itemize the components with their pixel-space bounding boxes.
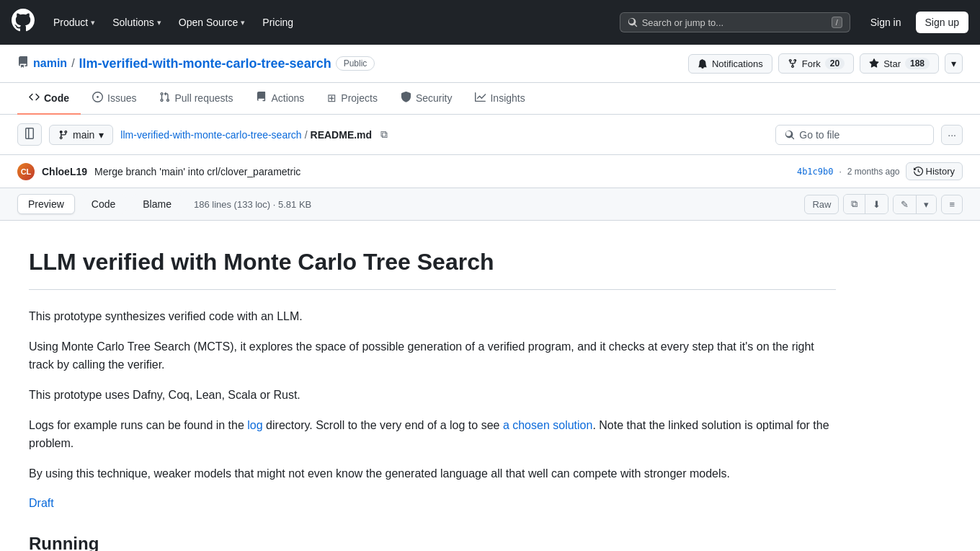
goto-file-search[interactable]: Go to file [775, 125, 934, 145]
star-button[interactable]: Star 188 [860, 53, 939, 74]
actions-tab-icon [256, 92, 267, 105]
history-icon [914, 167, 923, 176]
history-label: History [926, 166, 955, 177]
signup-button[interactable]: Sign up [916, 12, 968, 33]
product-menu[interactable]: Product ▾ [46, 12, 102, 32]
opensource-chevron-icon: ▾ [241, 18, 245, 27]
tab-security-label: Security [416, 92, 453, 104]
history-button[interactable]: History [906, 162, 963, 180]
commit-meta: 4b1c9b0 · 2 months ago History [797, 162, 963, 180]
repo-breadcrumb: namin / llm-verified-with-monte-carlo-tr… [17, 56, 375, 71]
tab-issues-label: Issues [107, 92, 136, 104]
auth-buttons: Sign in Sign up [862, 12, 968, 33]
visibility-badge: Public [336, 56, 375, 71]
notifications-label: Notifications [712, 58, 763, 69]
edit-group: ✎ ▾ [893, 195, 937, 214]
bell-icon [698, 58, 708, 69]
panel-icon [24, 128, 35, 139]
repo-icon [17, 56, 29, 71]
edit-dropdown-button[interactable]: ▾ [917, 195, 936, 213]
copy-path-button[interactable]: ⧉ [375, 125, 393, 144]
issues-tab-icon [92, 92, 103, 105]
commit-separator: · [839, 167, 841, 177]
code-view-button[interactable]: Code [81, 194, 126, 214]
signin-button[interactable]: Sign in [862, 12, 910, 32]
goto-file-search-icon [785, 130, 795, 140]
file-toolbar: Preview Code Blame 186 lines (133 loc) ·… [0, 188, 980, 221]
edit-button[interactable]: ✎ [894, 195, 917, 213]
readme-title: LLM verified with Monte Carlo Tree Searc… [29, 244, 836, 290]
tab-actions-label: Actions [271, 92, 304, 104]
notifications-button[interactable]: Notifications [688, 54, 772, 74]
nav-links: Product ▾ Solutions ▾ Open Source ▾ Pric… [46, 12, 300, 32]
tab-code-label: Code [44, 92, 69, 104]
avatar-initials: CL [21, 167, 32, 176]
commit-info: CL ChloeL19 Merge branch 'main' into crl… [0, 155, 980, 188]
readme-para-5: By using this technique, weaker models t… [29, 464, 836, 483]
star-count: 188 [905, 58, 930, 69]
readme-para-1: This prototype synthesizes verified code… [29, 307, 836, 326]
github-logo[interactable] [12, 9, 35, 36]
tab-projects[interactable]: ⊞ Projects [316, 83, 389, 115]
blame-button[interactable]: Blame [132, 194, 182, 214]
tab-code[interactable]: Code [17, 83, 81, 115]
draft-link[interactable]: Draft [29, 497, 54, 509]
repo-owner-link[interactable]: namin [33, 57, 67, 70]
fork-icon [788, 58, 798, 69]
repo-tabs: Code Issues Pull requests Actions ⊞ Proj… [0, 83, 980, 115]
solutions-label: Solutions [112, 17, 154, 28]
star-icon [869, 58, 879, 69]
tab-actions[interactable]: Actions [244, 83, 316, 115]
readme-para-4: Logs for example runs can be found in th… [29, 416, 836, 453]
goto-file-label: Go to file [799, 129, 839, 141]
pricing-link[interactable]: Pricing [255, 12, 300, 32]
fork-count: 20 [825, 58, 845, 69]
repo-name-link[interactable]: llm-verified-with-monte-carlo-tree-searc… [79, 56, 331, 71]
panel-toggle-button[interactable] [17, 123, 42, 146]
tab-issues[interactable]: Issues [81, 83, 148, 115]
branch-icon [58, 130, 68, 140]
filepath-separator: / [305, 129, 308, 141]
readme-content: LLM verified with Monte Carlo Tree Searc… [0, 221, 865, 551]
download-button[interactable]: ⬇ [865, 195, 888, 213]
branch-selector[interactable]: main ▾ [49, 125, 113, 145]
readme-running-heading: Running [29, 530, 836, 551]
add-dropdown-button[interactable]: ▾ [945, 53, 963, 74]
copy-content-button[interactable]: ⧉ [844, 195, 865, 213]
tab-insights[interactable]: Insights [463, 83, 536, 115]
top-navigation: Product ▾ Solutions ▾ Open Source ▾ Pric… [0, 0, 980, 45]
preview-button[interactable]: Preview [17, 194, 75, 214]
list-view-button[interactable]: ≡ [941, 195, 963, 214]
readme-para-2: Using Monte Carlo Tree Search (MCTS), it… [29, 338, 836, 374]
solution-link[interactable]: a chosen solution [503, 419, 593, 431]
log-link[interactable]: log [247, 419, 262, 431]
commit-hash-link[interactable]: 4b1c9b0 [797, 167, 834, 177]
tab-pullrequests[interactable]: Pull requests [148, 83, 244, 115]
filepath-repo-link[interactable]: llm-verified-with-monte-carlo-tree-searc… [120, 129, 301, 141]
pricing-label: Pricing [262, 17, 293, 28]
pr-tab-icon [159, 92, 170, 105]
tab-insights-label: Insights [490, 92, 525, 104]
tab-security[interactable]: Security [389, 83, 464, 115]
file-actions: Raw ⧉ ⬇ ✎ ▾ ≡ [804, 194, 963, 214]
search-icon [628, 17, 638, 27]
insights-tab-icon [475, 92, 486, 105]
opensource-label: Open Source [179, 17, 239, 28]
more-options-button[interactable]: ··· [941, 125, 963, 145]
commit-author[interactable]: ChloeL19 [42, 166, 87, 177]
filepath-filename: README.md [311, 129, 373, 141]
raw-button[interactable]: Raw [804, 195, 839, 214]
commit-message: Merge branch 'main' into crl/clover_para… [94, 166, 300, 177]
code-tab-icon [29, 92, 40, 105]
fork-button[interactable]: Fork 20 [778, 53, 854, 74]
repo-actions: Notifications Fork 20 Star 188 ▾ [688, 53, 963, 74]
star-label: Star [883, 58, 901, 69]
opensource-menu[interactable]: Open Source ▾ [172, 12, 253, 32]
copy-download-group: ⧉ ⬇ [843, 194, 888, 214]
branch-dropdown-icon: ▾ [99, 129, 104, 141]
solutions-chevron-icon: ▾ [157, 18, 161, 27]
solutions-menu[interactable]: Solutions ▾ [105, 12, 169, 32]
repo-separator: / [71, 57, 74, 70]
global-search[interactable]: Search or jump to... / [620, 12, 850, 32]
readme-para-3: This prototype uses Dafny, Coq, Lean, Sc… [29, 386, 836, 405]
